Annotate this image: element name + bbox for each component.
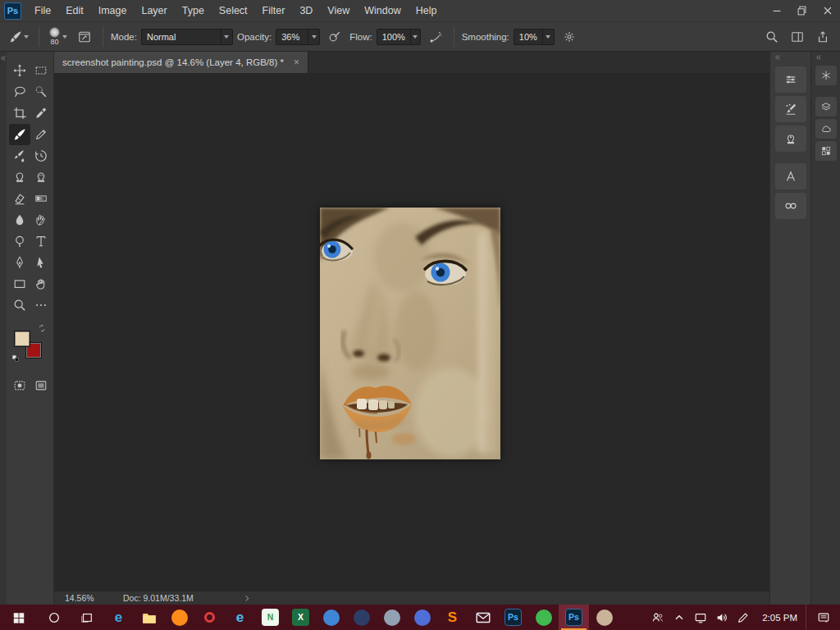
flow-input[interactable]: 100% [377, 29, 421, 45]
mail-icon[interactable] [468, 605, 498, 630]
patterns-panel[interactable] [815, 141, 837, 161]
mode-select[interactable]: Normal [141, 29, 233, 45]
quick-selection-tool[interactable] [30, 81, 52, 103]
show-hidden-icons-button[interactable] [669, 605, 690, 630]
swirl-app-icon[interactable] [407, 605, 437, 630]
character-panel[interactable] [775, 163, 806, 189]
brush-settings-panel[interactable] [775, 96, 806, 122]
close-tab-icon[interactable]: × [294, 57, 299, 68]
zoom-level-field[interactable]: 14.56% [54, 593, 123, 603]
menu-file[interactable]: File [27, 0, 58, 21]
marquee-tool[interactable] [30, 60, 52, 81]
menu-select[interactable]: Select [212, 0, 255, 21]
clone-stamp-tool[interactable] [9, 167, 30, 188]
task-view-button[interactable] [71, 605, 103, 630]
people-button[interactable] [647, 605, 669, 630]
menu-view[interactable]: View [320, 0, 357, 21]
chevron-down-icon[interactable] [221, 30, 232, 44]
crop-tool[interactable] [9, 103, 30, 124]
notepad-icon[interactable]: N [255, 605, 285, 630]
tool-preset-picker[interactable] [7, 29, 31, 45]
menu-image[interactable]: Image [91, 0, 135, 21]
photoshop-logo-icon[interactable]: Ps [4, 2, 21, 20]
brush-tool[interactable] [9, 124, 30, 145]
toggle-brush-settings-button[interactable] [74, 26, 95, 48]
adjustments-panel[interactable] [775, 66, 806, 93]
minimize-button[interactable] [764, 0, 789, 21]
search-button[interactable] [761, 26, 783, 48]
action-center-button[interactable] [806, 605, 840, 630]
menu-help[interactable]: Help [409, 0, 445, 21]
photoshop-icon[interactable]: Ps [498, 605, 528, 630]
rectangle-tool[interactable] [9, 273, 30, 294]
pressure-opacity-button[interactable] [324, 26, 345, 48]
expand-panels-button-2[interactable] [811, 52, 840, 63]
expand-panels-button[interactable] [770, 52, 810, 63]
file-explorer-icon[interactable] [134, 605, 164, 630]
firefox-icon[interactable] [164, 605, 194, 630]
pen-tool[interactable] [9, 252, 30, 273]
dodge-tool[interactable] [9, 231, 30, 252]
hand-tool[interactable] [30, 273, 52, 294]
layers-panel[interactable] [815, 97, 837, 116]
sublime-icon[interactable]: S [437, 605, 468, 630]
shield-app-icon[interactable] [346, 605, 377, 630]
eraser-tool[interactable] [9, 188, 30, 209]
mixer-brush-tool[interactable] [9, 145, 30, 167]
pencil-tool[interactable] [30, 124, 52, 145]
quick-mask-button[interactable] [9, 375, 30, 396]
status-options-icon[interactable] [243, 594, 252, 603]
swatches-panel[interactable] [815, 119, 837, 139]
menu-3d[interactable]: 3D [292, 0, 320, 21]
airbrush-button[interactable] [425, 26, 446, 48]
chevron-down-icon[interactable] [308, 30, 319, 44]
edit-toolbar-button[interactable] [30, 294, 52, 316]
swap-colors-icon[interactable] [38, 324, 47, 333]
clock[interactable]: 2:05 PM [754, 605, 806, 630]
zoom-tool[interactable] [9, 294, 30, 316]
clone-source-panel[interactable] [775, 126, 806, 152]
photoshop-active-icon[interactable]: Ps [559, 605, 589, 630]
color-panel[interactable] [815, 66, 837, 85]
smoothing-input[interactable]: 10% [514, 29, 555, 45]
type-tool[interactable] [30, 231, 52, 252]
pattern-stamp-tool[interactable] [30, 167, 52, 188]
move-tool[interactable] [9, 60, 30, 81]
path-selection-tool[interactable] [30, 252, 52, 273]
blur-tool[interactable] [9, 209, 30, 231]
green-app-icon[interactable] [528, 605, 559, 630]
smoothing-options-button[interactable] [559, 26, 580, 48]
chevron-down-icon[interactable] [542, 30, 554, 44]
canvas-area[interactable] [54, 73, 769, 591]
lasso-tool[interactable] [9, 81, 30, 103]
menu-window[interactable]: Window [357, 0, 408, 21]
menu-layer[interactable]: Layer [134, 0, 174, 21]
brush-preset-picker[interactable]: 80 [47, 26, 70, 47]
chevron-down-icon[interactable] [410, 30, 420, 44]
share-button[interactable] [812, 26, 833, 48]
start-button[interactable] [0, 605, 38, 630]
workspace-switcher-button[interactable] [787, 26, 808, 48]
volume-button[interactable] [711, 605, 733, 630]
opera-icon[interactable] [194, 605, 225, 630]
screen-mode-button[interactable] [30, 375, 52, 396]
close-button[interactable] [815, 0, 840, 21]
document-tab[interactable]: screenshot painting.psd @ 14.6% (Layer 4… [54, 52, 308, 73]
smudge-tool[interactable] [30, 209, 52, 231]
foreground-color-swatch[interactable] [14, 331, 30, 347]
opacity-input[interactable]: 36% [276, 29, 320, 45]
pen-settings-button[interactable] [733, 605, 754, 630]
tools-dock-collapse[interactable] [0, 52, 7, 605]
ie-icon[interactable]: e [225, 605, 255, 630]
menu-edit[interactable]: Edit [58, 0, 91, 21]
restore-button[interactable] [789, 0, 815, 21]
canvas-painting[interactable] [320, 208, 500, 459]
gradient-tool[interactable] [30, 188, 52, 209]
cortana-button[interactable] [38, 605, 71, 630]
libraries-panel[interactable] [775, 193, 806, 219]
default-colors-icon[interactable] [11, 354, 21, 363]
eyedropper-tool[interactable] [30, 103, 52, 124]
history-brush-tool[interactable] [30, 145, 52, 167]
excel-icon[interactable]: X [285, 605, 316, 630]
steam-icon[interactable] [377, 605, 407, 630]
